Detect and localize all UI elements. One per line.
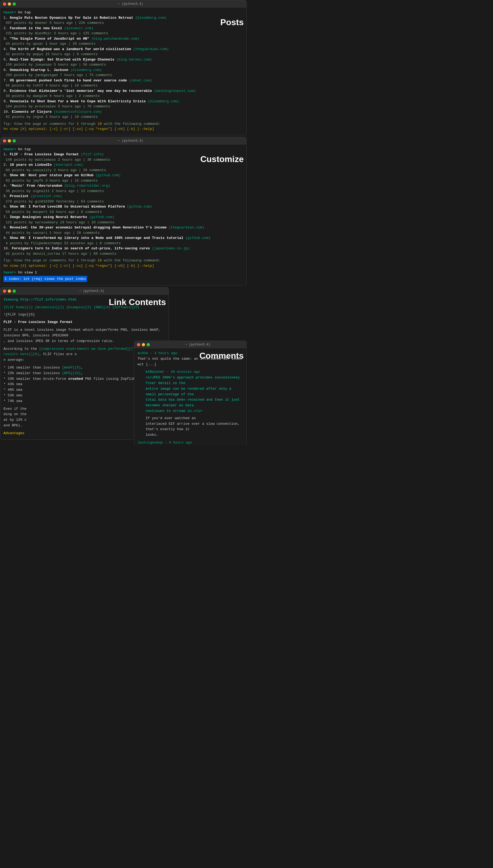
post2-item-5: 5. Proselint (proselint.com) [3, 193, 243, 199]
post-title-7[interactable]: US government pushed tech firms to hand … [10, 78, 127, 83]
minimize-button-4[interactable] [142, 343, 145, 346]
tip-cmd-text: hn view [#] optional: [-c] [-cr] [-cu] [… [3, 127, 154, 131]
lc-adv-text: Advantages [3, 431, 24, 435]
comments-section-label: Comments [199, 349, 244, 363]
link-contents-label: Link Contents [109, 295, 166, 309]
tip-line-1: Tip: View the page or comments for 1 thr… [3, 121, 243, 127]
tip-text-2: through [79, 122, 98, 126]
comment-2: ktRolster - 49 minutes ago <i>JPEG 2000'… [137, 369, 243, 438]
close-button-4[interactable] [137, 343, 140, 346]
post2-meta-10: 82 points by denzil_correa 17 hours ago … [3, 251, 243, 256]
post-meta-10: 92 points by ingve 3 hours ago | 19 comm… [3, 114, 243, 120]
post-num-5: 5. [3, 58, 10, 62]
tip-cmd-line: hn view [#] optional: [-c] [-cr] [-cu] [… [3, 127, 243, 132]
post2-meta-6: 59 points by maxpert 10 hours ago | 8 co… [3, 209, 243, 215]
window-title-2: ~ (python3.4) [17, 139, 244, 143]
post-meta-4: 32 points by pepys 15 hours ago | 0 comm… [3, 52, 243, 57]
titlebar-4: ~ (python3.4) [134, 341, 246, 348]
customize-window: ~ (python3.4) Customize haxor> hn top 1.… [0, 137, 246, 286]
lc-p2-link1[interactable]: [compression experiments we have perform… [39, 347, 135, 351]
post-domain-9: (bloomberg.com) [148, 99, 179, 104]
post-num-7: 7. [3, 78, 10, 83]
post-domain-5: (blog.heroku.com) [116, 58, 152, 62]
post2-meta-2: 60 points by causality 2 hours ago | 29 … [3, 168, 243, 173]
tip2-cmd-line: hn view [#] optional: [-c] [-cr] [-cu] [… [3, 263, 243, 269]
titlebar-3: ~ (python3.4) [0, 288, 169, 295]
post-item-1: 1. Google Puts Boston Dynamics Up for Sa… [3, 15, 243, 21]
lc-url-text: Viewing http://flif.info/index.html [3, 298, 77, 301]
posts2-cmd: hn top [18, 147, 31, 151]
maximize-button-3[interactable] [13, 290, 16, 293]
post-domain-6: (bloomberg.com) [70, 68, 102, 72]
post2-meta-5: 270 points by gin016399 Yesterday | 84 c… [3, 199, 243, 204]
posts2-prompt-line: haxor> hn top [3, 147, 243, 152]
comment-1-time-text: 4 hours ago [154, 351, 177, 355]
tip-num-1: 1 [77, 122, 79, 126]
post-domain-10: (elementsofclojure.com) [53, 110, 102, 114]
maximize-button[interactable] [13, 2, 16, 6]
post-title-2[interactable]: Facebook is the new Excel [10, 26, 62, 30]
comment-3-time: 4 hours ago [169, 440, 192, 444]
post-meta-5: 156 points by joeyespo 5 hours ago | 56 … [3, 62, 243, 68]
lc-h1-text: FLIF - Free Lossless Image Format [3, 320, 72, 324]
post-item-4: 4. The birth of Baghdad was a landmark f… [3, 47, 243, 52]
post2-meta-7: 121 points by syrusakbary 19 hours ago |… [3, 220, 243, 225]
post2-item-4: 4. 'Music' from /dev/urandom (blog.rober… [3, 183, 243, 188]
post-title-1[interactable]: Google Puts Boston Dynamics Up for Sale … [10, 16, 133, 20]
window-title-3: ~ (python3.4) [17, 289, 166, 293]
post-num-4: 4. [3, 47, 10, 51]
comment-2-extra: If you'd ever watched aninterlaced GIF a… [146, 416, 240, 437]
posts-cmd: hn top [18, 10, 31, 15]
maximize-button-2[interactable] [13, 139, 16, 142]
comment-2-user[interactable]: ktRolster [146, 370, 164, 374]
post-title-5[interactable]: Real-Time Django: Get Started with Djang… [10, 58, 114, 62]
comment-1-user[interactable]: acdha [137, 351, 148, 355]
post-meta-6: 294 points by jackgavigan 7 hours ago | … [3, 73, 243, 78]
post-meta-3: 44 points by qasar 1 hour ago | 29 comme… [3, 41, 243, 47]
post-domain-3: (blog.watchandcode.com) [91, 37, 140, 41]
window-title-4: ~ (python3.4) [151, 343, 244, 346]
minimize-button-3[interactable] [8, 290, 11, 293]
post2-item-8: 8. Revealed: the 30-year economic betray… [3, 225, 243, 230]
post-title-3[interactable]: "The Single Piece of JavaScript on HN" [10, 37, 89, 41]
post-title-4[interactable]: The birth of Baghdad was a landmark for … [10, 47, 131, 51]
post-title-6[interactable]: Unmasking Startup L. Jackson [10, 68, 68, 72]
post-meta-1: 497 points by doener 5 hours ago | 226 c… [3, 20, 243, 26]
posts-terminal-body: Posts haxor> hn top 1. Google Puts Bosto… [0, 8, 246, 135]
post-num-2: 2. [3, 26, 10, 30]
minimize-button-2[interactable] [8, 139, 11, 142]
post-title-9[interactable]: Venezuela to Shut Down for a Week to Cop… [10, 99, 146, 104]
comment-3: Justsignedup - 4 hours ago A lossless fo… [137, 440, 243, 445]
close-button-2[interactable] [3, 139, 6, 142]
comments-window: ~ (python3.4) Comments acdha - 4 hours a… [134, 341, 246, 445]
tip-text-1: Tip: View the page or comments for [3, 122, 77, 126]
close-button[interactable] [3, 2, 6, 6]
posts-section-label: Posts [220, 16, 244, 29]
maximize-button-4[interactable] [147, 343, 150, 346]
post-item-6: 6. Unmasking Startup L. Jackson (bloombe… [3, 68, 243, 73]
post-title-8[interactable]: Evidence that Alzheimer's 'lost memories… [10, 89, 152, 93]
comment-1-time: - [150, 351, 154, 355]
comment-3-user[interactable]: Justsignedup [137, 440, 163, 444]
autocomplete-line: 1 index: int (req) views the post index [3, 276, 243, 282]
minimize-button[interactable] [8, 2, 11, 6]
post-domain-2: (alexmuir.com) [64, 26, 93, 30]
tip-num-2: 10 [98, 122, 102, 126]
tip2-line-1: Tip: View the page or comments for 1 thr… [3, 258, 243, 263]
post-meta-9: 104 points by prostoalex 5 hours ago | 7… [3, 104, 243, 109]
comment-2-time: 49 minutes ago [171, 370, 200, 374]
close-button-3[interactable] [3, 290, 6, 293]
post-meta-8: 30 points by daegloe 6 hours ago | 2 com… [3, 93, 243, 99]
post-item-3: 3. "The Single Piece of JavaScript on HN… [3, 36, 243, 42]
lc-p2-text: According to the [3, 347, 39, 351]
post-num-9: 9. [3, 99, 10, 104]
post-title-10[interactable]: Elements of Clojure [12, 110, 51, 114]
post2-meta-9: 4 points by filipedeschamps 52 minutes a… [3, 241, 243, 246]
view-cmd[interactable]: hn view 1 [18, 271, 37, 275]
post2-meta-8: 44 points by sasvari 1 hour ago | 28 com… [3, 230, 243, 236]
window-title-1: ~ (python3.4) [17, 2, 244, 6]
autocomplete-suggestion[interactable]: 1 index: int (req) views the post index [3, 276, 87, 282]
post2-meta-4: 38 points by signal11 2 hours ago | 12 c… [3, 188, 243, 194]
lc-h1-line: FLIF - Free Lossless Image Format [3, 320, 166, 325]
post-meta-7: 66 points by tshtf 4 hours ago | 16 comm… [3, 83, 243, 88]
